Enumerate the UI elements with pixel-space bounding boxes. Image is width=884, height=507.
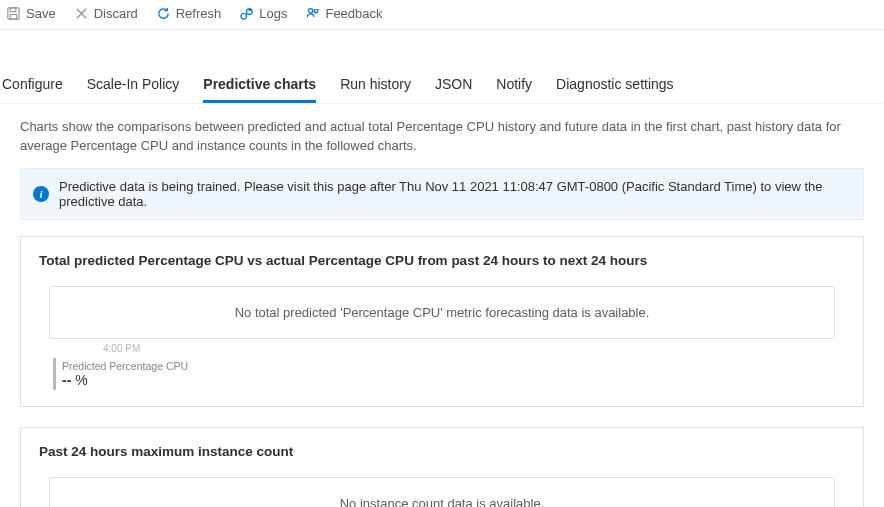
- chart-title: Past 24 hours maximum instance count: [39, 444, 845, 459]
- discard-label: Discard: [94, 6, 138, 21]
- charts-description: Charts show the comparisons between pred…: [0, 104, 884, 168]
- legend-value: -- %: [62, 372, 845, 388]
- tab-notify[interactable]: Notify: [496, 70, 532, 103]
- info-banner-text: Predictive data is being trained. Please…: [59, 179, 851, 209]
- tab-scale-in-policy[interactable]: Scale-In Policy: [87, 70, 180, 103]
- chart-remnant: 4:00 PM Predicted Percentage CPU -- %: [39, 343, 845, 390]
- save-button[interactable]: Save: [6, 6, 56, 21]
- svg-point-8: [309, 9, 313, 13]
- x-icon: [74, 6, 89, 21]
- save-label: Save: [26, 6, 56, 21]
- feedback-icon: [305, 6, 320, 21]
- tab-predictive-charts[interactable]: Predictive charts: [203, 70, 316, 103]
- tab-run-history[interactable]: Run history: [340, 70, 411, 103]
- x-axis-tick: 4:00 PM: [103, 343, 845, 354]
- svg-point-5: [241, 14, 247, 20]
- legend-block: Predicted Percentage CPU -- %: [53, 358, 845, 390]
- no-data-message: No total predicted 'Percentage CPU' metr…: [49, 286, 835, 339]
- refresh-icon: [156, 6, 171, 21]
- refresh-label: Refresh: [176, 6, 222, 21]
- chart-panel-predicted-cpu: Total predicted Percentage CPU vs actual…: [20, 236, 864, 407]
- svg-point-7: [249, 8, 252, 11]
- logs-button[interactable]: Logs: [239, 6, 287, 21]
- tab-configure[interactable]: Configure: [2, 70, 63, 103]
- spacer: [0, 30, 884, 64]
- tab-json[interactable]: JSON: [435, 70, 472, 103]
- info-banner: i Predictive data is being trained. Plea…: [20, 168, 864, 220]
- chart-title: Total predicted Percentage CPU vs actual…: [39, 253, 845, 268]
- legend-label: Predicted Percentage CPU: [62, 360, 845, 372]
- discard-button[interactable]: Discard: [74, 6, 138, 21]
- tab-diagnostic-settings[interactable]: Diagnostic settings: [556, 70, 674, 103]
- svg-rect-0: [8, 8, 19, 19]
- feedback-button[interactable]: Feedback: [305, 6, 382, 21]
- chart-panel-instance-count: Past 24 hours maximum instance count No …: [20, 427, 864, 507]
- feedback-label: Feedback: [325, 6, 382, 21]
- tabs: Configure Scale-In Policy Predictive cha…: [0, 64, 884, 104]
- save-icon: [6, 6, 21, 21]
- svg-rect-1: [10, 8, 16, 12]
- toolbar: Save Discard Refresh Logs Feedback: [0, 0, 884, 30]
- no-data-message: No instance count data is available.: [49, 477, 835, 507]
- legend-value-dash: --: [62, 372, 71, 388]
- svg-rect-2: [10, 14, 17, 19]
- info-icon: i: [33, 186, 49, 202]
- logs-label: Logs: [259, 6, 287, 21]
- logs-icon: [239, 6, 254, 21]
- refresh-button[interactable]: Refresh: [156, 6, 222, 21]
- legend-value-unit: %: [75, 372, 87, 388]
